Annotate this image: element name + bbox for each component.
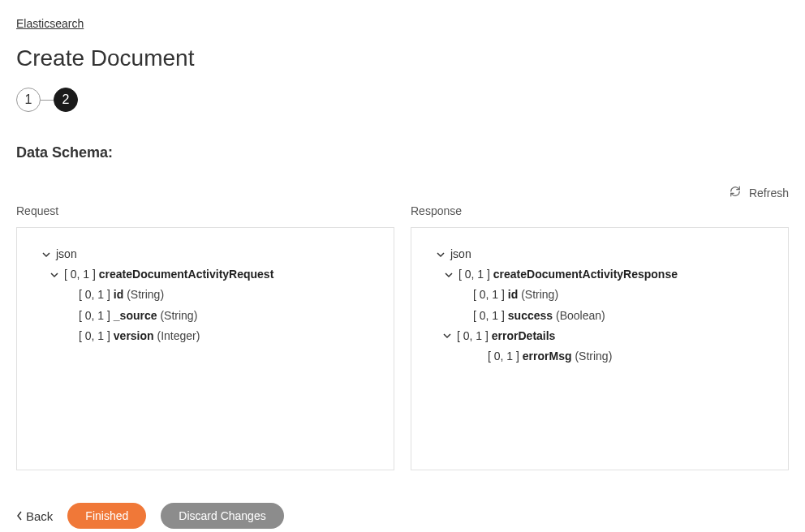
chevron-down-icon [434,251,447,259]
tree-cardinality: [ 0, 1 ] [458,264,490,285]
response-schema-box: json [ 0, 1 ] createDocumentActivityResp… [411,227,789,470]
tree-node-type: (Integer) [157,326,200,346]
chevron-left-icon [16,509,23,523]
tree-node-name: id [508,285,518,305]
tree-node-type: (Boolean) [556,306,605,326]
tree-node-name: _source [114,306,157,326]
breadcrumb: Elasticsearch [16,16,789,31]
tree-node-type: (String) [160,306,197,326]
stepper: 1 2 [16,88,789,112]
tree-node-type: (String) [127,285,164,305]
chevron-down-icon [441,332,454,340]
tree-node-type: (String) [575,346,612,367]
tree-row-id[interactable]: [ 0, 1 ] id (String) [33,285,377,305]
chevron-down-icon [40,251,53,259]
section-title-data-schema: Data Schema: [16,144,789,161]
tree-node-name: errorDetails [492,326,556,346]
tree-row-success[interactable]: [ 0, 1 ] success (Boolean) [428,306,772,326]
tree-row-response-root[interactable]: [ 0, 1 ] createDocumentActivityResponse [428,264,772,285]
step-connector [41,100,54,101]
tree-node-name: createDocumentActivityResponse [493,264,678,285]
footer-buttons: Back Finished Discard Changes [16,503,789,529]
response-column: Response json [ 0, 1 ] createDocumentAct… [411,204,789,470]
tree-row-source[interactable]: [ 0, 1 ] _source (String) [33,306,377,326]
tree-row-request-root[interactable]: [ 0, 1 ] createDocumentActivityRequest [33,264,377,285]
tree-node-name: json [450,244,471,264]
tree-row-errormsg[interactable]: [ 0, 1 ] errorMsg (String) [428,346,772,367]
tree-row-errordetails[interactable]: [ 0, 1 ] errorDetails [428,326,772,346]
chevron-down-icon [48,271,61,279]
tree-row-json[interactable]: json [428,244,772,264]
step-2[interactable]: 2 [54,88,78,112]
request-schema-box: json [ 0, 1 ] createDocumentActivityRequ… [16,227,394,470]
refresh-button[interactable]: Refresh [730,186,789,200]
tree-row-json[interactable]: json [33,244,377,264]
tree-node-name: errorMsg [523,346,572,367]
tree-cardinality: [ 0, 1 ] [473,306,505,326]
tree-node-type: (String) [521,285,558,305]
tree-node-name: success [508,306,553,326]
tree-cardinality: [ 0, 1 ] [457,326,489,346]
request-column: Request json [ 0, 1 ] createDocumentActi… [16,204,394,470]
page-title: Create Document [16,45,789,71]
tree-row-id[interactable]: [ 0, 1 ] id (String) [428,285,772,305]
finished-button[interactable]: Finished [67,503,146,529]
refresh-label: Refresh [749,187,789,200]
discard-changes-button[interactable]: Discard Changes [161,503,283,529]
response-label: Response [411,204,789,217]
tree-cardinality: [ 0, 1 ] [473,285,505,305]
tree-cardinality: [ 0, 1 ] [79,285,110,305]
tree-cardinality: [ 0, 1 ] [79,306,110,326]
refresh-icon [730,186,741,200]
back-label: Back [26,509,53,523]
chevron-down-icon [442,271,455,279]
request-label: Request [16,204,394,217]
tree-node-name: json [56,244,77,264]
tree-cardinality: [ 0, 1 ] [79,326,110,346]
tree-node-name: createDocumentActivityRequest [99,264,274,285]
tree-node-name: version [114,326,154,346]
tree-row-version[interactable]: [ 0, 1 ] version (Integer) [33,326,377,346]
step-1[interactable]: 1 [16,88,41,112]
tree-cardinality: [ 0, 1 ] [64,264,96,285]
tree-node-name: id [114,285,123,305]
back-button[interactable]: Back [16,509,53,523]
tree-cardinality: [ 0, 1 ] [488,346,519,367]
breadcrumb-link-elasticsearch[interactable]: Elasticsearch [16,17,84,30]
